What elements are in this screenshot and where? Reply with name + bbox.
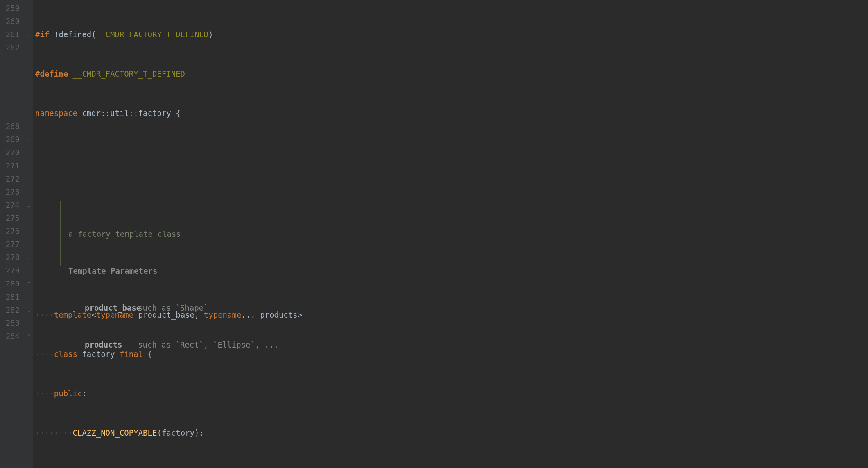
fold-marker[interactable]: ⌄	[25, 28, 33, 41]
doc-comment-block: a factory template class Template Parame…	[60, 201, 868, 266]
line-number: 272	[3, 172, 20, 185]
code-line: #define __CMDR_FACTORY_T_DEFINED	[35, 67, 868, 80]
fold-marker[interactable]	[25, 225, 33, 238]
fold-marker[interactable]	[25, 54, 33, 67]
fold-marker[interactable]	[25, 159, 33, 172]
code-line: namespace cmdr::util::factory {	[35, 107, 868, 120]
doc-heading: Template Parameters	[68, 265, 868, 277]
fold-marker[interactable]	[25, 264, 33, 277]
line-number	[3, 67, 20, 80]
fold-marker[interactable]	[25, 146, 33, 159]
fold-marker[interactable]	[25, 15, 33, 28]
line-number: 284	[3, 329, 20, 343]
line-number: 274	[3, 198, 20, 211]
fold-marker[interactable]: ⌄	[25, 303, 33, 316]
fold-marker[interactable]	[25, 238, 33, 251]
line-number: 268	[3, 120, 20, 133]
fold-column: ⌄ ⌄ ⌄ ⌄ ⌃ ⌄ ⌃	[25, 0, 33, 468]
fold-marker[interactable]	[25, 93, 33, 107]
line-number: 261	[3, 28, 20, 41]
line-number: 262	[3, 41, 20, 54]
fold-marker[interactable]: ⌃	[25, 277, 33, 290]
fold-marker[interactable]	[25, 290, 33, 303]
fold-marker[interactable]: ⌄	[25, 251, 33, 264]
line-number: 273	[3, 185, 20, 198]
line-number: 259	[3, 2, 20, 15]
fold-marker[interactable]	[25, 80, 33, 93]
line-number: 283	[3, 316, 20, 329]
line-number-gutter: 259 260 261 262 268 269 270 271 272 273 …	[0, 0, 25, 468]
code-area[interactable]: #if !defined(__CMDR_FACTORY_T_DEFINED) #…	[33, 0, 868, 468]
fold-marker[interactable]: ⌄	[25, 198, 33, 211]
line-number	[3, 107, 20, 120]
fold-marker[interactable]	[25, 185, 33, 198]
line-number: 282	[3, 303, 20, 316]
code-line: ········CLAZZ_NON_COPYABLE(factory);	[35, 426, 868, 439]
line-number	[3, 54, 20, 67]
fold-marker[interactable]	[25, 41, 33, 54]
line-number: 278	[3, 251, 20, 264]
fold-marker[interactable]	[25, 172, 33, 185]
line-number	[3, 80, 20, 93]
code-line: ····template<typename product_base, type…	[35, 308, 868, 321]
fold-marker[interactable]	[25, 211, 33, 225]
line-number: 276	[3, 225, 20, 238]
code-line: ····public:	[35, 387, 868, 400]
line-number: 277	[3, 238, 20, 251]
code-editor[interactable]: 259 260 261 262 268 269 270 271 272 273 …	[0, 0, 868, 468]
line-number	[3, 93, 20, 107]
line-number: 275	[3, 211, 20, 225]
fold-marker[interactable]: ⌃	[25, 329, 33, 343]
doc-param-desc: such as `Rect`, `Ellipse`, ...	[138, 339, 278, 351]
line-number: 270	[3, 146, 20, 159]
code-line: #if !defined(__CMDR_FACTORY_T_DEFINED)	[35, 28, 868, 41]
line-number: 281	[3, 290, 20, 303]
line-number: 279	[3, 264, 20, 277]
code-line	[35, 146, 868, 159]
fold-marker[interactable]	[25, 2, 33, 15]
fold-marker[interactable]	[25, 120, 33, 133]
fold-marker[interactable]	[25, 107, 33, 120]
code-line: ········using string = id_type;	[35, 466, 868, 468]
line-number: 260	[3, 15, 20, 28]
fold-marker[interactable]: ⌄	[25, 133, 33, 146]
doc-summary: a factory template class	[68, 228, 868, 240]
fold-marker[interactable]	[25, 316, 33, 329]
fold-marker[interactable]	[25, 67, 33, 80]
line-number: 271	[3, 159, 20, 172]
line-number: 269	[3, 133, 20, 146]
line-number: 280	[3, 277, 20, 290]
